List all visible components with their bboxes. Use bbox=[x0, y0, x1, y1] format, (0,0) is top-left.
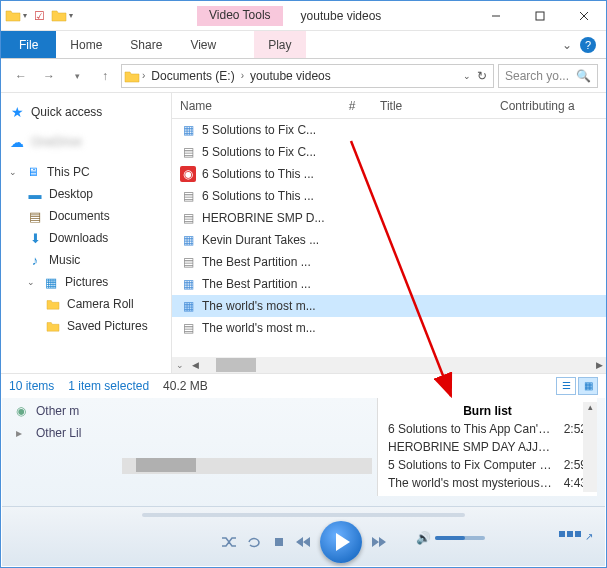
view-details-button[interactable]: ☰ bbox=[556, 377, 576, 395]
scroll-up-icon[interactable]: ▴ bbox=[583, 402, 597, 416]
breadcrumb-chevron-icon[interactable]: › bbox=[239, 70, 246, 81]
tab-play[interactable]: Play bbox=[254, 31, 305, 58]
expand-icon[interactable]: ⌄ bbox=[9, 167, 19, 177]
forward-button[interactable]: → bbox=[37, 64, 61, 88]
horizontal-scrollbar[interactable]: ⌄ ◀ ▶ bbox=[172, 357, 606, 373]
back-button[interactable]: ← bbox=[9, 64, 33, 88]
next-button[interactable] bbox=[370, 535, 388, 549]
scroll-track[interactable] bbox=[216, 358, 578, 372]
qat-properties-icon[interactable]: ☑ bbox=[29, 6, 49, 26]
search-icon: 🔍 bbox=[576, 69, 591, 83]
file-row[interactable]: ▤5 Solutions to Fix C... bbox=[172, 141, 606, 163]
burn-list-row[interactable]: 6 Solutions to This App Can't Ru...2:52 bbox=[378, 420, 597, 438]
sidebar-onedrive[interactable]: ☁ OneDrive bbox=[5, 131, 167, 153]
file-row[interactable]: ▤The Best Partition ... bbox=[172, 251, 606, 273]
qat-dropdown-icon[interactable]: ▾ bbox=[23, 11, 27, 20]
folder-icon[interactable] bbox=[51, 8, 67, 24]
scroll-left-icon[interactable]: ◀ bbox=[188, 360, 202, 370]
switch-view-button[interactable]: ↗ bbox=[559, 531, 593, 542]
folder-icon bbox=[124, 69, 140, 83]
stop-button[interactable] bbox=[272, 535, 286, 549]
tab-home[interactable]: Home bbox=[56, 31, 116, 58]
volume-control[interactable]: 🔊 bbox=[416, 531, 485, 545]
scroll-thumb[interactable] bbox=[216, 358, 256, 372]
up-button[interactable]: ↑ bbox=[93, 64, 117, 88]
column-title[interactable]: Title bbox=[372, 99, 492, 113]
qat-overflow-icon[interactable]: ▾ bbox=[69, 11, 73, 20]
breadcrumb-folder[interactable]: youtube videos bbox=[246, 69, 335, 83]
sidebar-item-desktop[interactable]: ▬Desktop bbox=[5, 183, 167, 205]
music-icon: ♪ bbox=[27, 252, 43, 268]
text-file-icon: ▤ bbox=[180, 188, 196, 204]
file-list[interactable]: ▦5 Solutions to Fix C...▤5 Solutions to … bbox=[172, 119, 606, 357]
status-bar: 10 items 1 item selected 40.2 MB ☰ ▦ bbox=[1, 373, 606, 397]
library-item[interactable]: ◉Other m bbox=[16, 400, 136, 422]
volume-slider[interactable] bbox=[435, 536, 485, 540]
help-icon[interactable]: ? bbox=[580, 37, 596, 53]
burn-list-row[interactable]: 5 Solutions to Fix Computer Cra...2:59 bbox=[378, 456, 597, 474]
sidebar-item-camera-roll[interactable]: Camera Roll bbox=[5, 293, 167, 315]
folder-icon bbox=[45, 296, 61, 312]
burn-list-row[interactable]: HEROBRINE SMP DAY AJJUBHAI... bbox=[378, 438, 597, 456]
burn-row-title: The world's most mysterious bo... bbox=[388, 476, 553, 490]
address-dropdown-icon[interactable]: ⌄ bbox=[463, 71, 471, 81]
previous-button[interactable] bbox=[294, 535, 312, 549]
play-button[interactable] bbox=[320, 521, 362, 563]
sidebar-item-music[interactable]: ♪Music bbox=[5, 249, 167, 271]
sidebar-item-documents[interactable]: ▤Documents bbox=[5, 205, 167, 227]
breadcrumb-chevron-icon[interactable]: › bbox=[140, 70, 147, 81]
view-large-button[interactable]: ▦ bbox=[578, 377, 598, 395]
file-row[interactable]: ▦Kevin Durant Takes ... bbox=[172, 229, 606, 251]
seek-bar[interactable] bbox=[142, 513, 465, 517]
address-bar[interactable]: › Documents (E:) › youtube videos ⌄ ↻ bbox=[121, 64, 494, 88]
recent-dropdown-icon[interactable]: ▾ bbox=[65, 64, 89, 88]
play-icon bbox=[336, 533, 350, 551]
file-row[interactable]: ▦The world's most m... bbox=[172, 295, 606, 317]
expand-icon[interactable]: ⌄ bbox=[27, 277, 37, 287]
column-number[interactable]: # bbox=[332, 99, 372, 113]
window-controls bbox=[474, 1, 606, 31]
shuffle-button[interactable] bbox=[220, 535, 238, 549]
burn-row-title: 6 Solutions to This App Can't Ru... bbox=[388, 422, 553, 436]
library-item[interactable]: ▸Other Lil bbox=[16, 422, 136, 444]
burn-row-title: 5 Solutions to Fix Computer Cra... bbox=[388, 458, 553, 472]
file-tab[interactable]: File bbox=[1, 31, 56, 58]
file-row[interactable]: ▦The Best Partition ... bbox=[172, 273, 606, 295]
library-item-label: Other Lil bbox=[36, 426, 81, 440]
tab-view[interactable]: View bbox=[176, 31, 230, 58]
vertical-scrollbar[interactable]: ▴ bbox=[583, 402, 597, 492]
scroll-right-icon[interactable]: ▶ bbox=[592, 360, 606, 370]
breadcrumb-drive[interactable]: Documents (E:) bbox=[147, 69, 238, 83]
repeat-button[interactable] bbox=[246, 535, 264, 549]
file-row[interactable]: ▤The world's most m... bbox=[172, 317, 606, 339]
file-row[interactable]: ▦5 Solutions to Fix C... bbox=[172, 119, 606, 141]
refresh-icon[interactable]: ↻ bbox=[477, 69, 487, 83]
file-name: HEROBRINE SMP D... bbox=[202, 211, 342, 225]
sidebar-item-downloads[interactable]: ⬇Downloads bbox=[5, 227, 167, 249]
file-row[interactable]: ▤HEROBRINE SMP D... bbox=[172, 207, 606, 229]
file-name: 6 Solutions to This ... bbox=[202, 167, 342, 181]
file-row[interactable]: ▤6 Solutions to This ... bbox=[172, 185, 606, 207]
close-button[interactable] bbox=[562, 1, 606, 31]
file-row[interactable]: ◉6 Solutions to This ... bbox=[172, 163, 606, 185]
column-name[interactable]: Name bbox=[172, 99, 332, 113]
search-input[interactable]: Search yo... 🔍 bbox=[498, 64, 598, 88]
column-contributing[interactable]: Contributing a bbox=[492, 99, 606, 113]
cloud-icon: ☁ bbox=[9, 134, 25, 150]
sidebar-this-pc[interactable]: ⌄ 🖥 This PC bbox=[5, 161, 167, 183]
minimize-button[interactable] bbox=[474, 1, 518, 31]
maximize-button[interactable] bbox=[518, 1, 562, 31]
sidebar-item-saved-pictures[interactable]: Saved Pictures bbox=[5, 315, 167, 337]
text-file-icon: ▤ bbox=[180, 210, 196, 226]
ribbon-collapse-icon[interactable]: ⌄ bbox=[562, 38, 572, 52]
sidebar-item-pictures[interactable]: ⌄▦Pictures bbox=[5, 271, 167, 293]
sidebar-item-label: This PC bbox=[47, 165, 90, 179]
quick-access-toolbar: ▾ ☑ ▾ bbox=[1, 6, 77, 26]
scroll-thumb[interactable] bbox=[136, 458, 196, 472]
document-file-icon: ▦ bbox=[180, 232, 196, 248]
tab-share[interactable]: Share bbox=[116, 31, 176, 58]
burn-list-row[interactable]: The world's most mysterious bo...4:43 bbox=[378, 474, 597, 492]
horizontal-scrollbar[interactable] bbox=[122, 458, 372, 474]
document-file-icon: ▦ bbox=[180, 276, 196, 292]
sidebar-quick-access[interactable]: ★ Quick access bbox=[5, 101, 167, 123]
